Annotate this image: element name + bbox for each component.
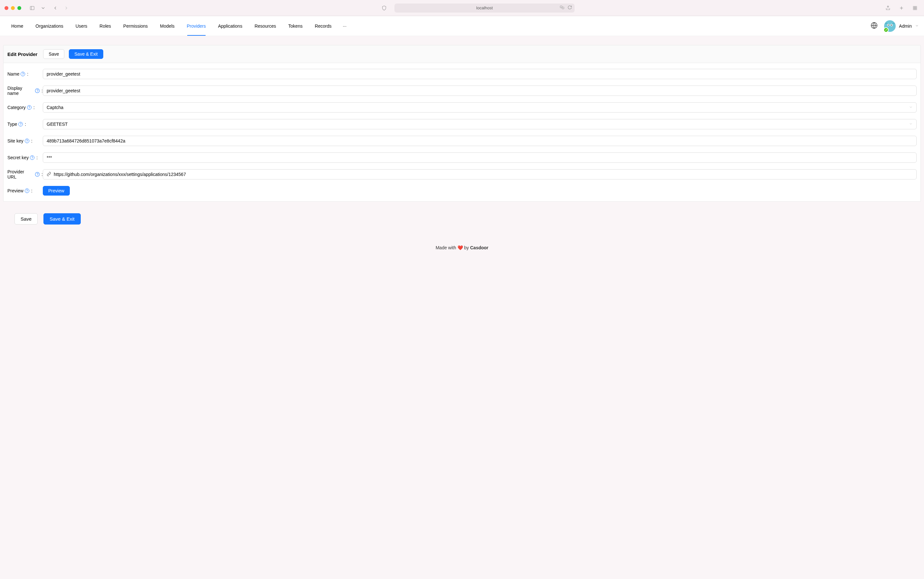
provider-url-input[interactable] — [54, 172, 913, 177]
nav-organizations[interactable]: Organizations — [29, 16, 69, 36]
verified-badge-icon — [883, 27, 889, 33]
category-value: Captcha — [47, 105, 64, 110]
language-globe-icon[interactable] — [871, 22, 878, 30]
nav-models[interactable]: Models — [154, 16, 180, 36]
svg-rect-0 — [30, 6, 34, 10]
label-secret-key: Secret key — [7, 155, 29, 160]
label-provider-url: Provider URL — [7, 169, 34, 180]
secret-key-input[interactable] — [43, 152, 917, 163]
nav-resources[interactable]: Resources — [249, 16, 282, 36]
nav-home[interactable]: Home — [5, 16, 29, 36]
page-title: Edit Provider — [7, 51, 37, 57]
help-icon[interactable]: ? — [25, 139, 29, 143]
svg-point-17 — [891, 25, 892, 25]
nav-providers[interactable]: Providers — [181, 16, 212, 36]
label-site-key: Site key — [7, 138, 23, 144]
type-value: GEETEST — [47, 122, 67, 127]
type-select[interactable]: GEETEST — [43, 119, 917, 129]
card-header: Edit Provider Save Save & Exit — [3, 45, 921, 63]
svg-rect-10 — [915, 8, 917, 10]
edit-provider-card: Edit Provider Save Save & Exit Name ? : … — [3, 45, 921, 202]
nav-records[interactable]: Records — [309, 16, 337, 36]
label-name: Name — [7, 71, 19, 77]
address-text: localhost — [476, 5, 492, 10]
svg-rect-7 — [913, 6, 915, 8]
bottom-actions: Save Save & Exit — [2, 207, 922, 237]
svg-rect-2 — [560, 6, 562, 8]
row-category: Category ? : Captcha — [7, 102, 917, 113]
nav-items: Home Organizations Users Roles Permissio… — [5, 16, 352, 36]
chevron-down-icon[interactable] — [41, 3, 46, 13]
close-window-button[interactable] — [5, 6, 8, 10]
minimize-window-button[interactable] — [11, 6, 15, 10]
row-provider-url: Provider URL ? : — [7, 169, 917, 180]
back-button[interactable] — [51, 3, 60, 13]
browser-chrome: localhost — [0, 0, 924, 16]
translate-icon[interactable] — [559, 5, 565, 11]
chevron-down-icon — [915, 23, 919, 29]
label-type: Type — [7, 122, 17, 127]
category-select[interactable]: Captcha — [43, 102, 917, 113]
user-name: Admin — [899, 23, 912, 29]
window-controls — [5, 6, 21, 10]
name-input[interactable] — [43, 69, 917, 79]
help-icon[interactable]: ? — [27, 105, 31, 110]
nav-applications[interactable]: Applications — [212, 16, 249, 36]
maximize-window-button[interactable] — [17, 6, 21, 10]
tabs-grid-icon[interactable] — [911, 3, 919, 13]
help-icon[interactable]: ? — [18, 122, 23, 126]
provider-url-input-wrap — [43, 169, 917, 180]
display-name-input[interactable] — [43, 85, 917, 96]
preview-button[interactable]: Preview — [43, 186, 70, 196]
footer-by: by — [464, 245, 469, 250]
address-bar[interactable]: localhost — [394, 3, 575, 13]
avatar — [884, 20, 896, 32]
row-type: Type ? : GEETEST — [7, 119, 917, 129]
label-preview: Preview — [7, 188, 23, 193]
user-menu[interactable]: Admin — [884, 20, 919, 32]
top-nav: Home Organizations Users Roles Permissio… — [0, 16, 924, 36]
row-name: Name ? : — [7, 69, 917, 79]
forward-button[interactable] — [62, 3, 71, 13]
row-display-name: Display name ? : — [7, 85, 917, 96]
link-icon — [47, 172, 51, 177]
save-exit-button[interactable]: Save & Exit — [69, 49, 103, 59]
save-button[interactable]: Save — [43, 49, 64, 59]
new-tab-icon[interactable] — [897, 3, 906, 13]
chevron-down-icon — [909, 122, 913, 126]
sidebar-toggle-icon[interactable] — [28, 3, 37, 13]
nav-tokens[interactable]: Tokens — [282, 16, 309, 36]
row-site-key: Site key ? : — [7, 136, 917, 146]
row-preview: Preview ? : Preview — [7, 186, 917, 196]
share-icon[interactable] — [883, 3, 893, 13]
nav-roles[interactable]: Roles — [93, 16, 117, 36]
reload-icon[interactable] — [567, 5, 572, 11]
save-exit-button-bottom[interactable]: Save & Exit — [43, 213, 81, 224]
footer-made-with: Made with — [436, 245, 456, 250]
chevron-down-icon — [909, 105, 913, 110]
svg-rect-9 — [913, 8, 915, 10]
footer-brand: Casdoor — [470, 245, 488, 250]
row-secret-key: Secret key ? : — [7, 152, 917, 163]
nav-more-icon[interactable]: ··· — [338, 16, 352, 36]
help-icon[interactable]: ? — [35, 172, 39, 177]
nav-users[interactable]: Users — [69, 16, 93, 36]
svg-point-16 — [888, 25, 889, 25]
help-icon[interactable]: ? — [30, 155, 34, 160]
form-body: Name ? : Display name ? : — [3, 63, 921, 201]
heart-icon: ❤️ — [458, 245, 463, 250]
help-icon[interactable]: ? — [35, 88, 39, 93]
footer: Made with ❤️ by Casdoor — [0, 237, 924, 260]
help-icon[interactable]: ? — [25, 188, 29, 193]
label-display-name: Display name — [7, 85, 34, 96]
label-category: Category — [7, 105, 26, 110]
site-key-input[interactable] — [43, 136, 917, 146]
help-icon[interactable]: ? — [21, 72, 25, 76]
svg-rect-3 — [562, 7, 564, 9]
svg-rect-8 — [915, 6, 917, 8]
privacy-shield-icon[interactable] — [379, 3, 389, 13]
save-button-bottom[interactable]: Save — [15, 213, 38, 224]
nav-permissions[interactable]: Permissions — [117, 16, 154, 36]
